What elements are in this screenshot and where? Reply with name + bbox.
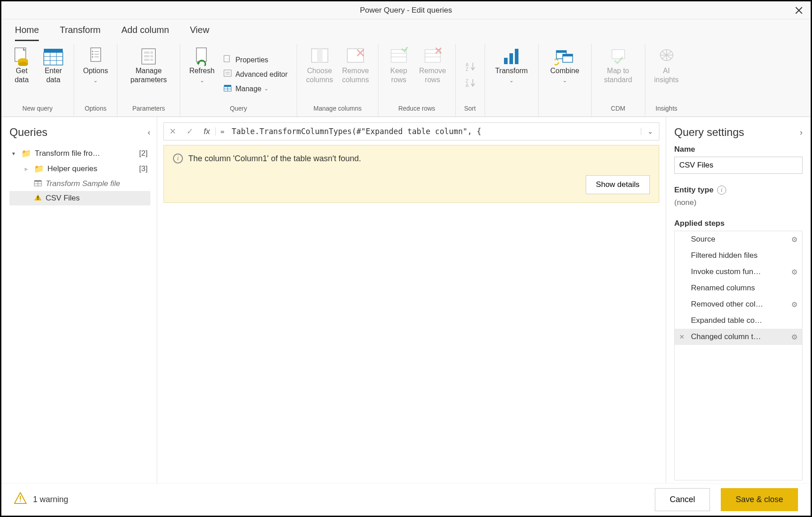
gear-icon[interactable]: ⚙ — [791, 268, 798, 276]
remove-columns-icon — [345, 47, 365, 66]
table-icon — [34, 179, 42, 188]
tab-transform[interactable]: Transform — [60, 23, 100, 41]
tab-view[interactable]: View — [190, 23, 209, 41]
ribbon-group-label-combine — [564, 103, 566, 115]
options-button[interactable]: Options⌄ — [80, 46, 111, 103]
advanced-editor-button[interactable]: Advanced editor — [221, 68, 290, 81]
entity-type-label: Entity type — [674, 186, 714, 195]
formula-fx-button[interactable]: fx — [198, 123, 215, 140]
formula-bar: ✕ ✓ fx = Table.TransformColumnTypes(#"Ex… — [163, 122, 659, 140]
formula-cancel-button[interactable]: ✕ — [164, 123, 181, 140]
ribbon-group-label-manage-columns: Manage columns — [313, 103, 362, 115]
step-filtered-hidden-files[interactable]: Filtered hidden files — [675, 247, 802, 264]
choose-columns-button[interactable]: Choose columns — [303, 46, 336, 103]
ai-insights-button[interactable]: AI insights — [652, 46, 681, 103]
status-warning[interactable]: 1 warning — [14, 492, 68, 507]
gear-icon[interactable]: ⚙ — [791, 235, 798, 244]
ribbon-group-label-cdm: CDM — [611, 103, 625, 115]
query-name-input[interactable] — [674, 157, 803, 174]
combine-label: Combine — [551, 67, 579, 75]
query-folder-transform-file[interactable]: ▾ 📁 Transform file fro… [2] — [9, 146, 150, 161]
tree-item-label: Transform Sample file — [46, 179, 120, 188]
close-button[interactable] — [793, 4, 805, 17]
formula-input[interactable]: Table.TransformColumnTypes(#"Expanded ta… — [229, 127, 641, 136]
step-expanded-table-column[interactable]: Expanded table co… — [675, 312, 802, 329]
query-folder-helper-queries[interactable]: ▹ 📁 Helper queries [3] — [9, 161, 150, 177]
tab-home[interactable]: Home — [15, 23, 39, 41]
keep-rows-icon — [389, 47, 408, 66]
manage-parameters-label: Manage parameters — [131, 66, 167, 84]
svg-point-12 — [92, 54, 93, 55]
step-removed-other-columns[interactable]: Removed other col… ⚙ — [675, 296, 802, 312]
collapse-settings-button[interactable]: › — [800, 128, 803, 137]
ai-insights-icon — [658, 47, 676, 66]
cancel-button[interactable]: Cancel — [655, 488, 710, 511]
svg-rect-4 — [44, 49, 63, 52]
svg-text:⋯: ⋯ — [225, 56, 230, 61]
combine-button[interactable]: Combine⌄ — [545, 46, 585, 103]
gear-icon[interactable]: ⚙ — [791, 300, 798, 309]
transform-icon — [501, 47, 522, 66]
enter-data-label: Enter data — [45, 66, 62, 84]
get-data-button[interactable]: Get data — [8, 46, 36, 103]
manage-label: Manage — [235, 85, 261, 93]
get-data-label: Get data — [14, 66, 28, 84]
svg-rect-49 — [509, 53, 513, 64]
ribbon-group-label-transform — [511, 103, 513, 115]
advanced-editor-label: Advanced editor — [235, 70, 288, 79]
map-standard-icon — [609, 47, 627, 66]
show-details-button[interactable]: Show details — [586, 175, 650, 194]
keep-rows-button[interactable]: Keep rows — [385, 46, 413, 103]
sort-asc-icon: AZ — [465, 62, 476, 71]
manage-parameters-button[interactable]: Manage parameters — [124, 46, 173, 103]
center-panel: ✕ ✓ fx = Table.TransformColumnTypes(#"Ex… — [157, 117, 666, 483]
remove-rows-button[interactable]: Remove rows — [416, 46, 449, 103]
svg-rect-22 — [144, 59, 149, 61]
gear-icon[interactable]: ⚙ — [791, 333, 798, 341]
step-source[interactable]: Source ⚙ — [675, 231, 802, 247]
properties-button[interactable]: ⋯ Properties — [221, 53, 290, 67]
tree-item-label: Transform file fro… — [35, 149, 100, 158]
tree-expand-icon: ▹ — [25, 166, 30, 172]
tree-item-label: Helper queries — [47, 164, 98, 173]
delete-step-icon[interactable]: ✕ — [679, 333, 685, 340]
sort-desc-button[interactable]: ZA — [462, 76, 478, 89]
tab-add-column[interactable]: Add column — [121, 23, 169, 41]
formula-expand-button[interactable]: ⌄ — [641, 128, 659, 135]
step-label: Invoke custom fun… — [691, 267, 761, 276]
queries-header: Queries ‹ — [9, 126, 150, 139]
status-warning-text: 1 warning — [33, 495, 68, 504]
refresh-button[interactable]: Refresh⌄ — [187, 46, 217, 103]
step-renamed-columns[interactable]: Renamed columns — [675, 280, 802, 296]
applied-steps-label: Applied steps — [674, 219, 803, 228]
info-icon[interactable]: i — [717, 186, 726, 195]
svg-rect-52 — [556, 51, 566, 53]
ribbon-group-combine: Combine⌄ — [539, 44, 592, 116]
enter-data-button[interactable]: Enter data — [39, 46, 67, 103]
chevron-down-icon: ⌄ — [200, 78, 204, 83]
ribbon-group-sort: AZ ZA Sort — [456, 44, 485, 116]
save-close-button[interactable]: Save & close — [721, 488, 798, 511]
refresh-label: Refresh — [189, 67, 215, 75]
svg-rect-50 — [515, 49, 518, 64]
manage-button[interactable]: Manage ⌄ — [221, 82, 290, 96]
query-item-transform-sample[interactable]: Transform Sample file — [9, 177, 150, 191]
map-to-standard-button[interactable]: Map to standard — [598, 46, 639, 103]
query-item-csv-files[interactable]: CSV Files — [9, 191, 150, 205]
sort-asc-button[interactable]: AZ — [462, 60, 478, 73]
svg-rect-64 — [20, 496, 21, 500]
collapse-queries-button[interactable]: ‹ — [148, 128, 150, 137]
remove-columns-button[interactable]: Remove columns — [339, 46, 372, 103]
svg-text:A: A — [466, 83, 469, 87]
step-invoke-custom-function[interactable]: Invoke custom fun… ⚙ — [675, 264, 802, 280]
choose-columns-label: Choose columns — [306, 66, 333, 84]
warning-message-text: The column 'Column1' of the table wasn't… — [188, 154, 361, 163]
advanced-editor-icon — [224, 70, 233, 79]
formula-commit-button[interactable]: ✓ — [181, 123, 198, 140]
step-label: Renamed columns — [691, 284, 755, 293]
remove-rows-icon — [423, 47, 442, 66]
chevron-down-icon: ⌄ — [93, 78, 98, 83]
transform-button[interactable]: Transform⌄ — [491, 46, 532, 103]
step-changed-column-types[interactable]: ✕ Changed column t… ⚙ — [675, 329, 802, 345]
ribbon-group-cdm: Map to standard CDM — [592, 44, 645, 116]
